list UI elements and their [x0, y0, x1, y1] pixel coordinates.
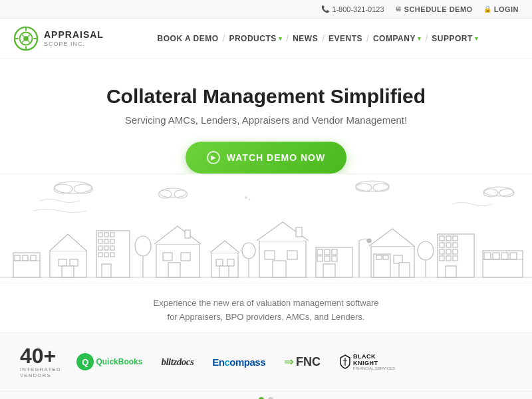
phone-item: 📞 1-800-321-0123: [321, 5, 384, 13]
svg-rect-90: [453, 243, 458, 247]
blitzdocs-logo: blitzdocs: [161, 356, 194, 368]
svg-rect-100: [493, 253, 499, 259]
svg-rect-47: [102, 264, 111, 277]
svg-rect-46: [110, 253, 114, 257]
navbar: APPRAISAL SCOPE INC. BOOK A DEMO / PRODU…: [0, 19, 532, 59]
svg-rect-79: [383, 255, 388, 259]
svg-rect-39: [104, 239, 108, 243]
svg-rect-93: [453, 249, 458, 254]
fnc-logo: ⇒ FNC: [284, 354, 321, 369]
login-button[interactable]: LOGIN: [494, 5, 519, 13]
nav-support[interactable]: SUPPORT ▾: [432, 34, 478, 43]
svg-line-7: [22, 35, 24, 37]
description-section: Experience the new era of valuation mana…: [0, 283, 532, 332]
city-svg: [0, 174, 532, 283]
svg-rect-87: [453, 236, 458, 241]
svg-rect-62: [265, 251, 275, 259]
nav-sep-2: /: [286, 33, 289, 44]
svg-rect-85: [440, 236, 444, 241]
svg-rect-57: [227, 259, 234, 266]
svg-rect-36: [104, 233, 108, 237]
partner-number: 40+: [20, 345, 56, 366]
watch-demo-button[interactable]: ▶ WATCH DEMO NOW: [186, 142, 346, 174]
svg-rect-42: [104, 246, 108, 250]
quickbooks-icon: Q: [76, 353, 94, 370]
quickbooks-text: QuickBooks: [96, 357, 142, 366]
city-illustration: [0, 174, 532, 283]
svg-point-14: [160, 188, 186, 198]
svg-rect-32: [70, 259, 78, 266]
svg-rect-28: [23, 255, 28, 261]
partner-label-line1: INTEGRATED: [20, 366, 61, 373]
products-dropdown-arrow: ▾: [279, 35, 283, 42]
svg-rect-99: [484, 253, 491, 259]
svg-rect-78: [376, 255, 382, 259]
svg-rect-40: [110, 239, 114, 243]
logo-sub: SCOPE INC.: [44, 41, 104, 47]
svg-rect-70: [317, 256, 323, 261]
svg-rect-54: [185, 230, 190, 238]
nav-events[interactable]: EVENTS: [329, 34, 362, 43]
nav-book-demo[interactable]: BOOK A DEMO: [158, 34, 219, 43]
nav-links: BOOK A DEMO / PRODUCTS ▾ / NEWS / EVENTS…: [117, 33, 519, 44]
svg-rect-80: [394, 255, 402, 263]
svg-rect-53: [168, 263, 180, 277]
watch-demo-label: WATCH DEMO NOW: [227, 152, 325, 163]
hero-title: Collateral Management Simplified: [13, 85, 519, 108]
svg-point-21: [373, 184, 389, 192]
svg-rect-65: [296, 227, 302, 237]
svg-point-82: [418, 241, 434, 260]
svg-rect-102: [510, 253, 517, 259]
company-dropdown-arrow: ▾: [418, 35, 422, 42]
nav-company[interactable]: COMPANY ▾: [373, 34, 421, 43]
phone-icon: 📞: [321, 5, 329, 13]
svg-rect-43: [110, 246, 114, 250]
svg-point-48: [135, 236, 151, 256]
support-dropdown-arrow: ▾: [475, 35, 479, 42]
blackknight-logo: BLACK KNIGHT FINANCIAL SERVICES: [339, 353, 395, 370]
svg-point-59: [242, 243, 255, 259]
partner-label-line2: VENDORS: [20, 372, 51, 379]
svg-rect-89: [446, 243, 451, 247]
svg-rect-72: [332, 256, 337, 261]
svg-rect-29: [31, 255, 36, 261]
fnc-text: FNC: [296, 355, 321, 369]
quickbooks-logo: Q QuickBooks: [76, 353, 142, 370]
monitor-item: 🖥 SCHEDULE DEMO: [395, 5, 473, 13]
svg-rect-94: [440, 256, 444, 261]
nav-news[interactable]: NEWS: [293, 34, 318, 43]
svg-point-13: [74, 184, 92, 194]
partners-section: 40+ INTEGRATED VENDORS Q QuickBooks blit…: [0, 332, 532, 392]
svg-rect-27: [15, 255, 20, 261]
svg-rect-37: [110, 233, 114, 237]
lock-icon: 🔒: [483, 5, 491, 13]
encompass-logo: Encompass: [212, 356, 265, 368]
logo-name: APPRAISAL: [44, 29, 104, 41]
partner-logos: Q QuickBooks blitzdocs Encompass ⇒ FNC B…: [76, 353, 512, 370]
schedule-demo-button[interactable]: SCHEDULE DEMO: [404, 5, 473, 13]
svg-point-2: [23, 36, 29, 41]
svg-rect-92: [446, 249, 451, 254]
login-item[interactable]: 🔒 LOGIN: [483, 5, 519, 13]
svg-rect-38: [98, 239, 102, 243]
svg-point-20: [356, 184, 372, 192]
description-line2: for Appraisers, BPO providers, AMCs, and…: [13, 311, 519, 325]
svg-rect-91: [440, 249, 444, 254]
svg-point-75: [367, 239, 371, 243]
svg-point-22: [484, 187, 513, 196]
blackknight-icon: [339, 354, 351, 369]
svg-rect-51: [163, 253, 172, 261]
partner-count: 40+ INTEGRATED VENDORS: [20, 345, 61, 379]
svg-rect-96: [453, 256, 458, 261]
svg-line-10: [22, 40, 24, 42]
hero-section: Collateral Management Simplified Servici…: [0, 59, 532, 174]
svg-rect-64: [273, 261, 286, 277]
svg-rect-69: [332, 249, 337, 255]
svg-rect-86: [446, 236, 451, 241]
svg-rect-68: [325, 249, 330, 255]
svg-rect-67: [317, 249, 323, 255]
nav-products[interactable]: PRODUCTS ▾: [229, 34, 282, 43]
logo[interactable]: APPRAISAL SCOPE INC.: [13, 26, 104, 51]
svg-rect-58: [219, 266, 229, 277]
svg-line-8: [28, 40, 30, 42]
